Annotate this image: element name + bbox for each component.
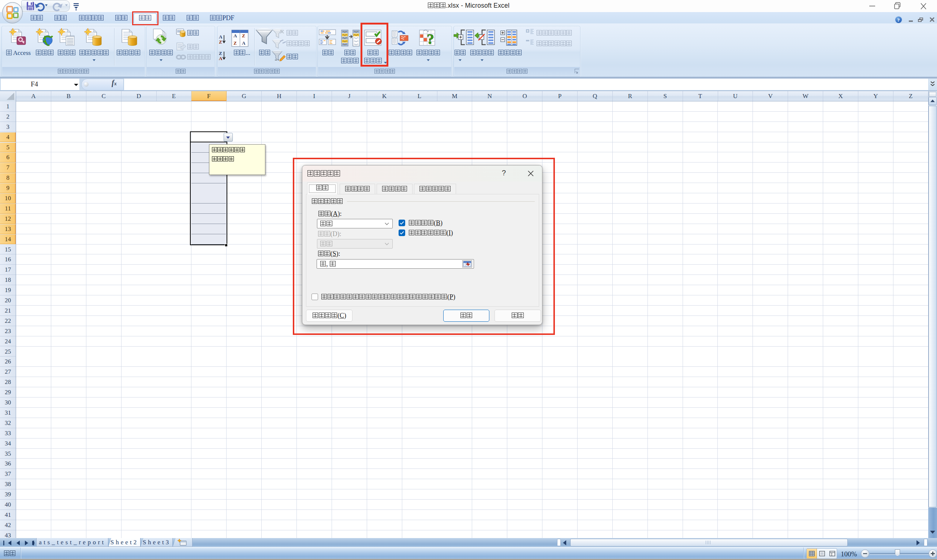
svg-text:A: A: [234, 33, 237, 38]
svg-text:A: A: [219, 55, 223, 61]
svg-text:Z: Z: [234, 40, 237, 46]
svg-text:A: A: [219, 34, 223, 40]
svg-text:Z: Z: [242, 33, 245, 38]
svg-text:Z: Z: [219, 39, 222, 45]
svg-text:?: ?: [427, 31, 434, 47]
svg-text:A: A: [242, 40, 246, 46]
svg-text:?: ?: [897, 17, 900, 23]
svg-text:Z: Z: [219, 51, 222, 56]
